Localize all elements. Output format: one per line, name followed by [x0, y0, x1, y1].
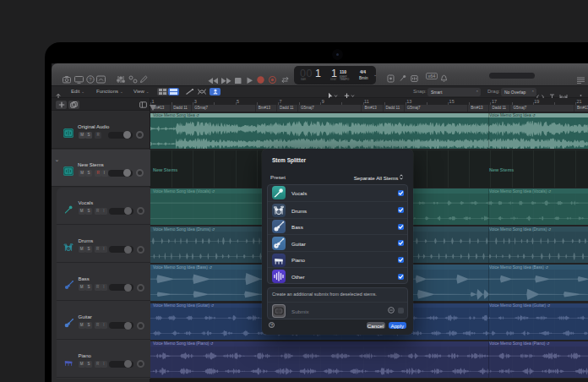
svg-text:?: ? — [89, 77, 92, 82]
